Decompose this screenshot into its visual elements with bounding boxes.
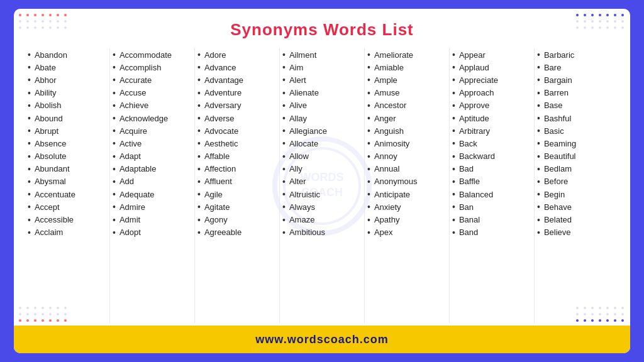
list-item: Accentuate bbox=[28, 188, 107, 200]
list-item: Believe bbox=[537, 226, 616, 239]
list-item: Abrupt bbox=[28, 124, 107, 137]
list-item: Admire bbox=[113, 200, 192, 213]
list-item: Add bbox=[113, 175, 192, 188]
list-item: Agile bbox=[197, 188, 277, 200]
list-item: Advocate bbox=[197, 124, 277, 137]
column-4: Ailment Aim Alert Alienate Alive Allay A… bbox=[280, 48, 365, 323]
column-5: Ameliorate Amiable Ample Amuse Ancestor … bbox=[365, 48, 450, 323]
list-item: Allay bbox=[282, 112, 362, 124]
list-item: Appear bbox=[452, 48, 531, 61]
list-item: Banal bbox=[452, 213, 531, 226]
list-item: Adore bbox=[197, 48, 277, 61]
list-item: Annual bbox=[367, 163, 447, 175]
list-item: Adventure bbox=[197, 87, 277, 99]
list-item: Ample bbox=[367, 74, 447, 86]
list-item: Active bbox=[113, 137, 192, 150]
list-item: Approve bbox=[452, 99, 531, 112]
list-item: Baffle bbox=[452, 175, 531, 188]
list-item: Ally bbox=[282, 163, 362, 175]
main-card: Synonyms Words List WORDS COACH Abandon … bbox=[14, 9, 630, 353]
list-item: Bare bbox=[537, 61, 616, 74]
list-item: Abate bbox=[28, 61, 107, 74]
list-item: Alert bbox=[282, 74, 362, 86]
list-item: Anguish bbox=[367, 124, 447, 137]
list-item: Abound bbox=[28, 112, 107, 124]
list-item: Accommodate bbox=[113, 48, 192, 61]
list-item: Accessible bbox=[28, 213, 107, 226]
column-1: Abandon Abate Abhor Ability Abolish Abou… bbox=[25, 48, 110, 323]
list-item: Abolish bbox=[28, 99, 107, 112]
list-item: Ameliorate bbox=[367, 48, 447, 61]
list-item: Agreeable bbox=[197, 226, 277, 239]
list-item: Ambitious bbox=[282, 226, 362, 239]
list-item: Approach bbox=[452, 87, 531, 99]
list-item: Adapt bbox=[113, 150, 192, 163]
list-item: Ban bbox=[452, 200, 531, 213]
list-item: Bashful bbox=[537, 112, 616, 124]
list-item: Accuse bbox=[113, 87, 192, 99]
list-item: Accurate bbox=[113, 74, 192, 86]
list-item: Affluent bbox=[197, 175, 277, 188]
column-2: Accommodate Accomplish Accurate Accuse A… bbox=[110, 48, 195, 323]
list-item: Base bbox=[537, 99, 616, 112]
list-item: Accept bbox=[28, 200, 107, 213]
list-item: Achieve bbox=[113, 99, 192, 112]
list-item: Applaud bbox=[452, 61, 531, 74]
list-item: Annoy bbox=[367, 150, 447, 163]
page-header: Synonyms Words List bbox=[14, 9, 630, 46]
list-item: Ability bbox=[28, 87, 107, 99]
list-item: Ancestor bbox=[367, 99, 447, 112]
list-item: Barren bbox=[537, 87, 616, 99]
list-item: Adaptable bbox=[113, 163, 192, 175]
list-item: Allegiance bbox=[282, 124, 362, 137]
list-item: Bargain bbox=[537, 74, 616, 86]
word-columns: Abandon Abate Abhor Ability Abolish Abou… bbox=[25, 48, 619, 323]
list-item: Adequate bbox=[113, 188, 192, 200]
content-area: WORDS COACH Abandon Abate Abhor Ability … bbox=[14, 46, 630, 326]
list-item: Belated bbox=[537, 213, 616, 226]
list-item: Amuse bbox=[367, 87, 447, 99]
list-item: Advance bbox=[197, 61, 277, 74]
list-item: Apex bbox=[367, 226, 447, 239]
list-item: Agony bbox=[197, 213, 277, 226]
footer-url: www.wordscoach.com bbox=[255, 333, 388, 346]
list-item: Basic bbox=[537, 124, 616, 137]
list-item: Advantage bbox=[197, 74, 277, 86]
list-item: Adopt bbox=[113, 226, 192, 239]
list-item: Apathy bbox=[367, 213, 447, 226]
list-item: Bedlam bbox=[537, 163, 616, 175]
list-item: Acknowledge bbox=[113, 112, 192, 124]
list-item: Amiable bbox=[367, 61, 447, 74]
list-item: Absence bbox=[28, 137, 107, 150]
list-item: Abysmal bbox=[28, 175, 107, 188]
list-item: Accomplish bbox=[113, 61, 192, 74]
list-item: Begin bbox=[537, 188, 616, 200]
column-6: Appear Applaud Appreciate Approach Appro… bbox=[450, 48, 535, 323]
list-item: Acclaim bbox=[28, 226, 107, 239]
list-item: Amaze bbox=[282, 213, 362, 226]
list-item: Acquire bbox=[113, 124, 192, 137]
list-item: Adverse bbox=[197, 112, 277, 124]
list-item: Admit bbox=[113, 213, 192, 226]
list-item: Band bbox=[452, 226, 531, 239]
list-item: Abandon bbox=[28, 48, 107, 61]
list-item: Allow bbox=[282, 150, 362, 163]
list-item: Bad bbox=[452, 163, 531, 175]
list-item: Abhor bbox=[28, 74, 107, 86]
list-item: Beaming bbox=[537, 137, 616, 150]
column-3: Adore Advance Advantage Adventure Advers… bbox=[195, 48, 280, 323]
list-item: Before bbox=[537, 175, 616, 188]
list-item: Anticipate bbox=[367, 188, 447, 200]
list-item: Appreciate bbox=[452, 74, 531, 86]
list-item: Abundant bbox=[28, 163, 107, 175]
list-item: Aim bbox=[282, 61, 362, 74]
list-item: Behave bbox=[537, 200, 616, 213]
list-item: Affection bbox=[197, 163, 277, 175]
list-item: Beautiful bbox=[537, 150, 616, 163]
list-item: Altruistic bbox=[282, 188, 362, 200]
list-item: Animosity bbox=[367, 137, 447, 150]
list-item: Balanced bbox=[452, 188, 531, 200]
list-item: Back bbox=[452, 137, 531, 150]
list-item: Always bbox=[282, 200, 362, 213]
list-item: Backward bbox=[452, 150, 531, 163]
